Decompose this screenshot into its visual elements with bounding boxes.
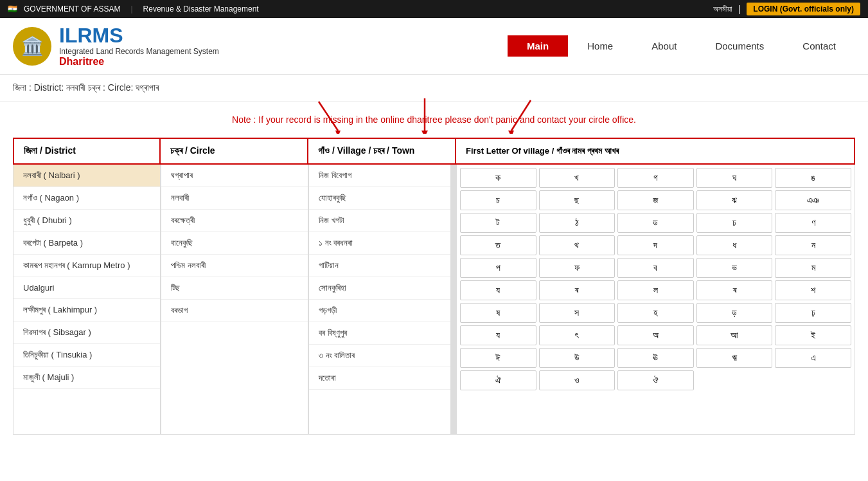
village-item[interactable]: বৰ বিষ্ণুপুৰ <box>309 322 456 345</box>
letter-button[interactable]: ঙ <box>775 168 851 188</box>
letter-button[interactable]: ঘ <box>696 168 773 188</box>
letter-button[interactable]: গ <box>617 168 694 188</box>
brand-name: Dharitree <box>59 56 219 68</box>
letter-button[interactable]: প <box>460 258 536 278</box>
letter-button[interactable]: ষ <box>460 303 536 323</box>
letter-button[interactable]: শ <box>775 280 851 300</box>
breadcrumb-text: জিলা : District: নলবাৰী চক্ৰ : Circle: ঘ… <box>13 82 159 93</box>
letter-button[interactable]: ট <box>460 213 536 233</box>
letter-button[interactable]: ৰ <box>539 280 616 300</box>
letter-button[interactable]: ঈ <box>460 348 536 368</box>
col-header-district: জিলা / District <box>13 138 161 165</box>
circle-item[interactable]: বৰভাগ <box>161 300 308 322</box>
letter-button[interactable]: ৰ <box>696 280 773 300</box>
login-button[interactable]: LOGIN (Govt. officials only) <box>747 3 860 15</box>
svg-marker-1 <box>335 131 341 134</box>
app-name: ILRMS <box>59 24 219 47</box>
village-item[interactable]: ১ নং বৰধনৰা <box>309 232 456 255</box>
letter-button[interactable]: ই <box>775 325 851 345</box>
letter-button[interactable]: ড <box>617 213 694 233</box>
letter-button[interactable]: ম <box>775 258 851 278</box>
district-item[interactable]: শিৱসাগৰ ( Sibsagar ) <box>13 322 160 344</box>
letter-button[interactable]: জ <box>617 190 694 210</box>
circle-item[interactable]: বানেকুছি <box>161 232 308 255</box>
circle-item[interactable]: ঘগ্ৰাপাৰ <box>161 165 308 187</box>
letter-button[interactable]: ও <box>539 370 616 390</box>
district-item[interactable]: নগাঁও ( Nagaon ) <box>13 187 160 210</box>
letter-button[interactable]: হ <box>617 303 694 323</box>
letter-button[interactable]: উ <box>539 348 616 368</box>
letter-button[interactable]: স <box>539 303 616 323</box>
letter-button[interactable]: ঢ় <box>775 303 851 323</box>
letter-button[interactable]: ঐ <box>460 370 536 390</box>
main-nav: Main Home About Documents Contact <box>508 35 855 57</box>
letter-button[interactable]: ফ <box>539 258 616 278</box>
letter-button[interactable]: য <box>460 280 536 300</box>
letter-button[interactable]: ন <box>775 235 851 255</box>
header: 🏛️ ILRMS Integrated Land Records Managem… <box>0 18 868 75</box>
india-flag-icon: 🇮🇳 <box>8 5 17 14</box>
letter-button[interactable]: ঋ <box>696 348 773 368</box>
letter-button[interactable]: এঞ <box>775 190 851 210</box>
svg-marker-3 <box>421 131 428 134</box>
district-item[interactable]: লক্ষীমপুৰ ( Lakhimpur ) <box>13 299 160 322</box>
letter-button[interactable]: আ <box>696 325 773 345</box>
letter-button[interactable]: চ <box>460 190 536 210</box>
nav-item-contact[interactable]: Contact <box>783 35 855 57</box>
letter-button[interactable]: ড় <box>696 303 773 323</box>
village-item[interactable]: নিজ খগটা <box>309 210 456 232</box>
letter-button[interactable]: ণ <box>775 213 851 233</box>
district-item[interactable]: তিনিচুকীয়া ( Tinsukia ) <box>13 344 160 367</box>
logo-text: ILRMS Integrated Land Records Management… <box>59 24 219 68</box>
top-bar: 🇮🇳 GOVERNMENT OF ASSAM | Revenue & Disas… <box>0 0 868 18</box>
district-item[interactable]: কামৰূপ মহানগৰ ( Kamrup Metro ) <box>13 255 160 277</box>
village-item[interactable]: যোহাৰকুছি <box>309 187 456 210</box>
logo-icon: 🏛️ <box>13 27 51 66</box>
village-list: নিজ বিবেগাগযোহাৰকুছিনিজ খগটা১ নং বৰধনৰাগ… <box>308 165 456 435</box>
district-item[interactable]: ধুবুৰী ( Dhubri ) <box>13 210 160 232</box>
letter-button[interactable]: ঠ <box>539 213 616 233</box>
circle-item[interactable]: টিছ <box>161 277 308 300</box>
circle-item[interactable]: বৰক্ষেত্ৰী <box>161 210 308 232</box>
gov-label: GOVERNMENT OF ASSAM <box>24 5 120 14</box>
village-item[interactable]: ৩ নং বালিতাৰ <box>309 345 456 367</box>
circle-item[interactable]: নলবাৰী <box>161 187 308 210</box>
village-item[interactable]: সোনকুৰিহা <box>309 277 456 300</box>
nav-item-home[interactable]: Home <box>568 35 632 57</box>
lists-container: নলবাৰী ( Nalbari )নগাঁও ( Nagaon )ধুবুৰী… <box>13 165 855 435</box>
top-bar-left: 🇮🇳 GOVERNMENT OF ASSAM | Revenue & Disas… <box>8 5 259 14</box>
letter-button[interactable]: ত <box>460 235 536 255</box>
letter-button[interactable]: ঝ <box>696 190 773 210</box>
letter-button[interactable]: য <box>460 325 536 345</box>
village-item[interactable]: দতোৰা <box>309 367 456 390</box>
village-item[interactable]: নিজ বিবেগাগ <box>309 165 456 187</box>
letter-button[interactable]: ল <box>617 280 694 300</box>
letter-button[interactable]: দ <box>617 235 694 255</box>
letter-button[interactable]: ধ <box>696 235 773 255</box>
village-item[interactable]: গাটিয়ান <box>309 255 456 277</box>
circle-item[interactable]: পশ্চিম নলবাৰী <box>161 255 308 277</box>
letter-button[interactable]: ঊ <box>617 348 694 368</box>
lang-link[interactable]: অসমীয়া <box>713 5 732 14</box>
letter-button[interactable]: থ <box>539 235 616 255</box>
letter-button[interactable]: এ <box>775 348 851 368</box>
village-item[interactable]: গড়গড়ী <box>309 300 456 322</box>
letter-button[interactable]: ক <box>460 168 536 188</box>
nav-item-documents[interactable]: Documents <box>696 35 783 57</box>
letter-button[interactable]: ঢ <box>696 213 773 233</box>
district-item[interactable]: মাজুলী ( Majuli ) <box>13 367 160 389</box>
letter-button[interactable]: খ <box>539 168 616 188</box>
circle-list: ঘগ্ৰাপাৰনলবাৰীবৰক্ষেত্ৰীবানেকুছিপশ্চিম ন… <box>161 165 308 435</box>
letter-button[interactable]: অ <box>617 325 694 345</box>
nav-item-about[interactable]: About <box>632 35 696 57</box>
district-item[interactable]: নলবাৰী ( Nalbari ) <box>13 165 160 187</box>
district-item[interactable]: বৰপেটা ( Barpeta ) <box>13 232 160 255</box>
letter-button[interactable]: ভ <box>696 258 773 278</box>
letter-button[interactable]: ঔ <box>617 370 694 390</box>
nav-item-main[interactable]: Main <box>508 35 568 57</box>
district-item[interactable]: Udalguri <box>13 277 160 299</box>
letter-button[interactable]: ব <box>617 258 694 278</box>
letter-button[interactable]: ছ <box>539 190 616 210</box>
breadcrumb: জিলা : District: নলবাৰী চক্ৰ : Circle: ঘ… <box>0 75 868 102</box>
letter-button[interactable]: ৎ <box>539 325 616 345</box>
